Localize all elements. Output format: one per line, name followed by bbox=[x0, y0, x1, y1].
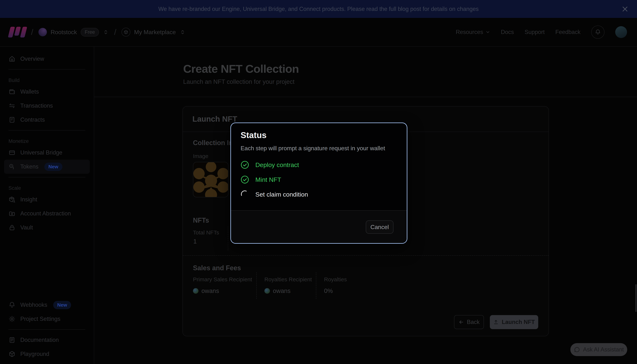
book-icon bbox=[8, 336, 16, 344]
team-avatar bbox=[38, 28, 47, 36]
sidebar-item-label: Tokens bbox=[20, 163, 38, 170]
sidebar-item-wallets[interactable]: Wallets bbox=[4, 85, 90, 99]
nfts-section-title: NFTs bbox=[193, 216, 209, 224]
dashed-divider bbox=[183, 255, 548, 256]
status-modal: Status Each step will prompt a signature… bbox=[230, 122, 407, 244]
coins-icon bbox=[8, 163, 16, 170]
contract-icon bbox=[8, 116, 16, 123]
team-switcher[interactable]: Rootstock Free bbox=[38, 28, 109, 36]
sidebar-item-contracts[interactable]: Contracts bbox=[4, 113, 90, 127]
nav-docs[interactable]: Docs bbox=[501, 29, 514, 36]
sidebar-item-account-abstraction[interactable]: Account Abstraction bbox=[4, 206, 90, 220]
sidebar-item-label: Insight bbox=[20, 196, 37, 203]
step-mint-nft: Mint NFT bbox=[240, 174, 281, 185]
project-switcher[interactable]: My Marketplace bbox=[122, 28, 186, 36]
bell-icon bbox=[8, 302, 16, 308]
notifications-button[interactable] bbox=[591, 26, 604, 39]
sidebar-divider bbox=[8, 69, 85, 70]
sales-fees-title: Sales and Fees bbox=[193, 264, 241, 272]
arrow-left-icon bbox=[458, 319, 464, 325]
step-deploy-contract: Deploy contract bbox=[240, 160, 299, 170]
plan-badge: Free bbox=[81, 28, 99, 36]
sidebar-item-label: Wallets bbox=[20, 88, 39, 95]
sidebar-item-label: Universal Bridge bbox=[20, 149, 62, 156]
wallet-icon bbox=[8, 88, 16, 95]
nav-support[interactable]: Support bbox=[524, 29, 545, 36]
lock-icon bbox=[8, 224, 16, 231]
insight-icon bbox=[8, 196, 16, 203]
card-title: Launch NFT bbox=[192, 115, 237, 124]
page-title: Create NFT Collection bbox=[183, 62, 626, 75]
thirdweb-logo[interactable] bbox=[9, 27, 26, 38]
team-name: Rootstock bbox=[50, 29, 77, 36]
cube-icon bbox=[8, 350, 16, 358]
column-value: owans bbox=[202, 288, 219, 294]
close-icon bbox=[622, 6, 628, 12]
step-label: Deploy contract bbox=[255, 161, 299, 168]
sidebar-item-transactions[interactable]: Transactions bbox=[4, 99, 90, 113]
chevron-down-icon bbox=[486, 30, 490, 34]
sidebar-item-webhooks[interactable]: Webhooks New bbox=[4, 298, 90, 312]
top-header: / Rootstock Free / My Marketplace Resour… bbox=[0, 18, 637, 47]
upload-icon bbox=[493, 319, 499, 325]
nav-feedback-label: Feedback bbox=[556, 29, 580, 36]
logo-bar bbox=[20, 27, 27, 38]
sidebar-item-tokens[interactable]: Tokens New bbox=[4, 160, 90, 174]
modal-title: Status bbox=[240, 130, 266, 140]
dashed-divider bbox=[228, 226, 228, 250]
chevron-updown-icon bbox=[180, 29, 186, 35]
sidebar-divider bbox=[8, 329, 85, 330]
nav-feedback[interactable]: Feedback bbox=[556, 29, 580, 36]
project-icon-circle bbox=[122, 28, 130, 36]
breadcrumb-separator: / bbox=[31, 28, 33, 37]
launch-nft-button[interactable]: Launch NFT bbox=[490, 315, 538, 329]
column-label: Royalties Recipient bbox=[264, 276, 312, 282]
new-badge: New bbox=[53, 301, 71, 309]
royalties-recipient: Royalties Recipient owans bbox=[264, 276, 312, 294]
modal-footer: Cancel bbox=[231, 210, 407, 243]
sidebar-item-project-settings[interactable]: Project Settings bbox=[4, 312, 90, 326]
logo-bar bbox=[14, 27, 21, 36]
nav-resources[interactable]: Resources bbox=[456, 29, 490, 36]
bridge-icon bbox=[8, 149, 16, 156]
sidebar-item-label: Transactions bbox=[20, 102, 53, 109]
sidebar-item-universal-bridge[interactable]: Universal Bridge bbox=[4, 146, 90, 160]
banner-text: We have re-branded our Engine, Universal… bbox=[158, 6, 479, 12]
sidebar: Overview Build Wallets Transactions Cont… bbox=[0, 47, 94, 364]
sidebar-divider bbox=[8, 130, 85, 130]
cancel-label: Cancel bbox=[370, 224, 389, 230]
total-nfts-label: Total NFTs bbox=[193, 230, 219, 236]
column-label: Royalties bbox=[324, 276, 347, 282]
user-avatar[interactable] bbox=[615, 26, 627, 38]
ask-ai-assistant-button[interactable]: Ask AI Assistant bbox=[570, 343, 627, 356]
sidebar-item-insight[interactable]: Insight bbox=[4, 192, 90, 206]
back-button[interactable]: Back bbox=[454, 315, 484, 329]
project-name: My Marketplace bbox=[134, 29, 176, 36]
breadcrumb-separator: / bbox=[114, 28, 116, 37]
nav-resources-label: Resources bbox=[456, 29, 483, 36]
sidebar-item-documentation[interactable]: Documentation bbox=[4, 333, 90, 347]
collection-image bbox=[193, 162, 228, 197]
sidebar-item-label: Playground bbox=[20, 351, 49, 357]
step-label: Mint NFT bbox=[255, 176, 281, 183]
scrollbar-thumb[interactable] bbox=[635, 284, 637, 312]
sidebar-section-build: Build bbox=[4, 73, 90, 83]
account-icon bbox=[8, 210, 16, 217]
app-root: We have re-branded our Engine, Universal… bbox=[0, 0, 637, 364]
gear-icon bbox=[8, 316, 16, 322]
sidebar-item-overview[interactable]: Overview bbox=[4, 52, 90, 66]
check-circle-icon bbox=[240, 160, 249, 169]
back-label: Back bbox=[467, 319, 480, 326]
cube-icon bbox=[124, 30, 128, 34]
page-head: Create NFT Collection Launch an NFT coll… bbox=[94, 47, 637, 97]
sidebar-item-vault[interactable]: Vault bbox=[4, 220, 90, 234]
sidebar-item-label: Documentation bbox=[20, 337, 59, 343]
banner-close-button[interactable] bbox=[620, 4, 630, 14]
collection-image-preview bbox=[193, 162, 228, 197]
sidebar-item-label: Webhooks bbox=[20, 302, 47, 308]
cancel-button[interactable]: Cancel bbox=[366, 220, 394, 234]
primary-sales-recipient: Primary Sales Recipient owans bbox=[193, 276, 252, 294]
sidebar-item-playground[interactable]: Playground bbox=[4, 347, 90, 361]
step-label: Set claim condition bbox=[255, 191, 308, 198]
header-right: Resources Docs Support Feedback bbox=[456, 26, 627, 39]
